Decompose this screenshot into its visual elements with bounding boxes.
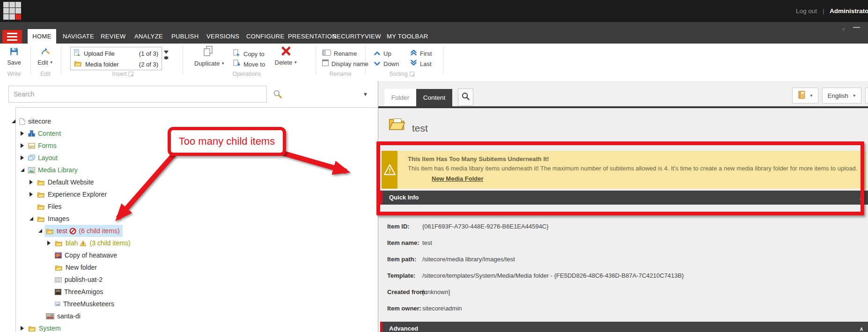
ribbon-tab-navigate[interactable]: NAVIGATE	[63, 29, 94, 44]
minimize-icon[interactable]: —	[853, 23, 860, 31]
tree-item-system[interactable]: System	[0, 322, 378, 332]
tree-item-content[interactable]: ThreeMusketeers	[53, 298, 117, 310]
item-search-button[interactable]	[458, 89, 473, 106]
tree-item-content[interactable]: Copy of heatwave	[53, 249, 120, 261]
tree-item-default-website[interactable]: Default Website	[0, 176, 378, 188]
user-menu[interactable]: Administrator	[830, 0, 868, 22]
new-media-folder-link[interactable]: New Media Folder	[432, 175, 484, 182]
tree-item-content[interactable]: blah(3 child items)	[53, 237, 133, 249]
move-to-button[interactable]: Move to	[233, 59, 265, 69]
tree-expand-icon[interactable]	[21, 155, 24, 160]
dialog-launcher-icon[interactable]	[410, 72, 414, 76]
tree-item-content[interactable]: ThreeAmigos	[53, 286, 106, 298]
ribbon-tab-security[interactable]: SECURITY	[332, 29, 365, 44]
sort-down-button[interactable]: Down	[374, 59, 399, 68]
folder-icon	[55, 240, 63, 246]
ribbon-tab-configure[interactable]: CONFIGURE	[246, 29, 285, 44]
tree-collapse-icon[interactable]	[29, 217, 33, 221]
tree-item-blah[interactable]: blah(3 child items)	[0, 237, 378, 249]
sort-first-button[interactable]: First	[410, 49, 432, 58]
scroll-last-icon[interactable]	[164, 60, 171, 66]
item-title: test	[412, 123, 428, 134]
tree-item-files[interactable]: Files	[0, 200, 378, 213]
ribbon-collapse-caret-icon[interactable]: ▼	[841, 26, 846, 33]
ribbon-tab-view[interactable]: VIEW	[365, 29, 381, 44]
tree-item-content[interactable]: Default Website	[36, 176, 97, 188]
tree-item-test[interactable]: test(6 child items)	[0, 225, 378, 237]
tree-expand-icon[interactable]	[29, 180, 33, 184]
tree-collapse-icon[interactable]	[38, 229, 42, 233]
advanced-section-bar[interactable]: Advanced ∧	[380, 322, 868, 332]
search-input[interactable]	[8, 86, 267, 103]
insert-media-folder[interactable]: Media folder (2 of 3)	[71, 59, 162, 70]
ribbon-tab-review[interactable]: REVIEW	[101, 29, 126, 44]
tree-expand-icon[interactable]	[21, 326, 24, 331]
tree-item-content[interactable]: New folder	[53, 261, 100, 273]
hamburger-menu-icon[interactable]	[2, 30, 22, 44]
log-out-link[interactable]: Log out	[796, 0, 817, 22]
display-name-button[interactable]: Display name	[322, 59, 368, 68]
clipped-toolbar-button[interactable]	[865, 88, 868, 103]
tree-item-content[interactable]: Files	[36, 200, 65, 213]
versions-button[interactable]: ▼	[792, 88, 818, 103]
tree-item-content[interactable]: Experience Explorer	[36, 188, 110, 200]
tree-item-label: Copy of heatwave	[65, 249, 117, 261]
ribbon-tab-versions[interactable]: VERSIONS	[206, 29, 239, 44]
tree-collapse-icon[interactable]	[12, 119, 15, 123]
tree-item-content[interactable]: sitecore	[18, 115, 54, 127]
tree-expand-icon[interactable]	[29, 192, 33, 197]
delete-button[interactable]: Delete▼	[274, 46, 298, 66]
tree-item-copy-of-heatwave[interactable]: Copy of heatwave	[0, 249, 378, 261]
tree-item-content[interactable]: Forms	[27, 140, 59, 152]
search-icon[interactable]	[273, 89, 282, 101]
tree-expand-icon[interactable]	[21, 131, 24, 136]
tree-expand-icon[interactable]	[21, 143, 24, 148]
search-icon	[461, 92, 470, 103]
tree-item-content[interactable]: publish-uat-2	[53, 273, 105, 286]
tree-item-media-library[interactable]: Media Library	[0, 164, 378, 176]
tree-item-threemusketeers[interactable]: ThreeMusketeers	[0, 298, 378, 310]
tree-item-label: New folder	[66, 261, 97, 273]
tree-item-images[interactable]: Images	[0, 213, 378, 225]
quick-info-section-bar[interactable]: Quick Info ∧	[380, 191, 868, 205]
tree-item-content[interactable]: Media Library	[27, 164, 81, 176]
tree-item-sitecore[interactable]: sitecore	[0, 115, 378, 127]
ribbon-tab-band: HOMENAVIGATEREVIEWANALYZEPUBLISHVERSIONS…	[0, 22, 868, 44]
copy-to-button[interactable]: Copy to	[233, 49, 265, 59]
tree-item-content[interactable]: santa-di	[44, 310, 83, 322]
tree-item-santa-di[interactable]: santa-di	[0, 310, 378, 322]
insert-upload-file[interactable]: Upload File (1 of 3)	[71, 48, 162, 59]
tree-collapse-icon[interactable]	[21, 168, 24, 172]
tree-item-content[interactable]: Content	[27, 127, 64, 140]
duplicate-button[interactable]: Duplicate▼	[194, 46, 221, 67]
dialog-launcher-icon[interactable]	[129, 72, 133, 76]
tree-item-label: publish-uat-2	[65, 273, 103, 286]
sort-up-button[interactable]: Up	[374, 49, 391, 58]
rename-button[interactable]: Rename	[322, 49, 357, 58]
tree-selected-item[interactable]: test(6 child items)	[44, 225, 123, 237]
ribbon-tab-home[interactable]: HOME	[28, 29, 56, 44]
language-button[interactable]: English ▼	[822, 88, 861, 103]
tree-item-publish-uat-2[interactable]: publish-uat-2	[0, 273, 378, 286]
tree-item-content[interactable]: System	[27, 322, 64, 332]
collapse-chevron-icon[interactable]: ∧	[860, 191, 863, 205]
tree-item-experience-explorer[interactable]: Experience Explorer	[0, 188, 378, 200]
ribbon-tab-analyze[interactable]: ANALYZE	[134, 29, 163, 44]
ribbon-tab-presentation[interactable]: PRESENTATION	[288, 29, 337, 44]
annotation-label: Too many child items	[179, 135, 275, 148]
tab-content[interactable]: Content	[416, 89, 452, 106]
tree-item-threeamigos[interactable]: ThreeAmigos	[0, 286, 378, 298]
tree-expand-icon[interactable]	[47, 241, 51, 245]
save-button[interactable]: Save	[5, 47, 23, 66]
edit-button[interactable]: Edit▼	[34, 47, 57, 66]
ribbon-tab-publish[interactable]: PUBLISH	[171, 29, 199, 44]
tab-folder[interactable]: Folder	[384, 89, 416, 106]
search-options-caret-icon[interactable]: ▼	[363, 91, 368, 97]
tree-item-new-folder[interactable]: New folder	[0, 261, 378, 273]
ribbon-tab-my-toolbar[interactable]: MY TOOLBAR	[387, 29, 428, 44]
collapse-chevron-icon[interactable]: ∧	[860, 322, 863, 332]
tree-item-content[interactable]: Layout	[27, 152, 60, 164]
tree-item-label: santa-di	[57, 310, 81, 322]
tree-item-content[interactable]: Images	[36, 213, 72, 225]
sort-last-button[interactable]: Last	[410, 59, 432, 68]
